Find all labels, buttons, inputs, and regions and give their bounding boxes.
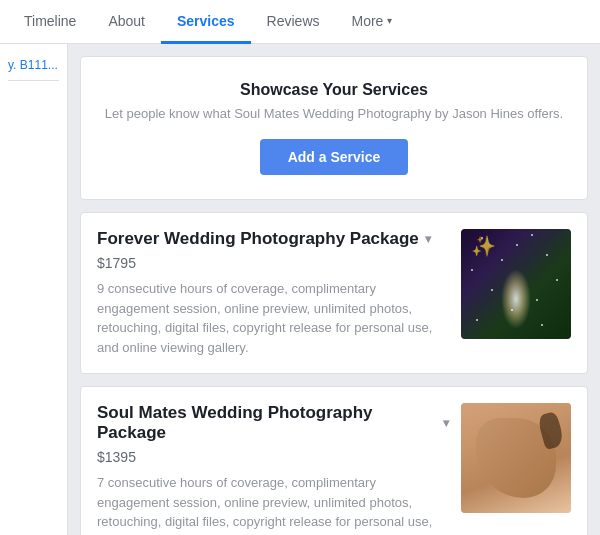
showcase-card: Showcase Your Services Let people know w… — [80, 56, 588, 200]
wedding-hands-photo — [461, 403, 571, 513]
service-info-1: Forever Wedding Photography Package ▾ $1… — [97, 229, 449, 357]
sparkle — [546, 254, 548, 256]
service-name-1: Forever Wedding Photography Package — [97, 229, 419, 249]
showcase-title: Showcase Your Services — [97, 81, 571, 99]
service-description-2: 7 consecutive hours of coverage, complim… — [97, 473, 449, 532]
content-area: y. B111... Showcase Your Services Let pe… — [0, 44, 600, 535]
add-service-button[interactable]: Add a Service — [260, 139, 409, 175]
service-image-1 — [461, 229, 571, 339]
chevron-down-icon: ▾ — [425, 232, 431, 246]
nav-reviews[interactable]: Reviews — [251, 0, 336, 44]
service-price-2: $1395 — [97, 449, 449, 465]
nav-more-label: More — [352, 13, 384, 29]
service-info-2: Soul Mates Wedding Photography Package ▾… — [97, 403, 449, 532]
sparkle — [476, 319, 478, 321]
service-image-2 — [461, 403, 571, 513]
sparkle — [516, 244, 518, 246]
sidebar: y. B111... — [0, 44, 68, 535]
sidebar-text: y. B111... — [8, 58, 58, 72]
service-name-2: Soul Mates Wedding Photography Package — [97, 403, 437, 443]
nav-about[interactable]: About — [92, 0, 161, 44]
showcase-subtitle: Let people know what Soul Mates Wedding … — [97, 105, 571, 123]
service-description-1: 9 consecutive hours of coverage, complim… — [97, 279, 449, 357]
sparkle — [531, 234, 533, 236]
nav-reviews-label: Reviews — [267, 13, 320, 29]
wedding-venue-photo — [461, 229, 571, 339]
sparkle — [511, 309, 513, 311]
service-title-2: Soul Mates Wedding Photography Package ▾ — [97, 403, 449, 443]
service-card-1: Forever Wedding Photography Package ▾ $1… — [80, 212, 588, 374]
nav-timeline-label: Timeline — [24, 13, 76, 29]
chevron-down-icon: ▾ — [387, 15, 392, 26]
nav-more[interactable]: More ▾ — [336, 0, 409, 44]
main-panel: Showcase Your Services Let people know w… — [68, 44, 600, 535]
chevron-down-icon: ▾ — [443, 416, 449, 430]
sparkle — [541, 324, 543, 326]
service-card-2: Soul Mates Wedding Photography Package ▾… — [80, 386, 588, 535]
sidebar-divider — [8, 80, 59, 81]
service-price-1: $1795 — [97, 255, 449, 271]
sparkle — [471, 269, 473, 271]
nav-bar: Timeline About Services Reviews More ▾ — [0, 0, 600, 44]
nav-timeline[interactable]: Timeline — [8, 0, 92, 44]
sparkle — [491, 289, 493, 291]
nav-services[interactable]: Services — [161, 0, 251, 44]
nav-services-label: Services — [177, 13, 235, 29]
sparkle — [556, 279, 558, 281]
sparkles-overlay — [461, 229, 571, 339]
sparkle — [536, 299, 538, 301]
service-title-1: Forever Wedding Photography Package ▾ — [97, 229, 449, 249]
nav-about-label: About — [108, 13, 145, 29]
sparkle — [481, 237, 483, 239]
sparkle — [501, 259, 503, 261]
